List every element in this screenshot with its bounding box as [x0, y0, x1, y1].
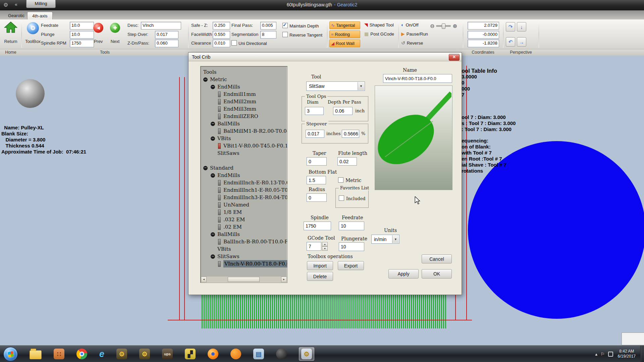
tree-item[interactable]: −VBits	[201, 135, 287, 142]
facewidth-field[interactable]: 0.550	[213, 31, 230, 39]
tree-item[interactable]: Tools	[201, 68, 287, 76]
taskbar-item-gold-gear-app-1[interactable]: ⚙	[116, 349, 127, 359]
tree-expander-icon[interactable]: −	[211, 136, 215, 141]
import-button[interactable]: Import	[307, 261, 333, 270]
tangental-toggle[interactable]: ∿Tangental	[329, 21, 360, 29]
tree-item[interactable]: EndmillInch1-E-R0.05-T0.0	[201, 186, 287, 194]
checkbox-icon[interactable]	[231, 40, 237, 46]
tree-item[interactable]: .02 EM	[201, 223, 287, 231]
ok-button[interactable]: OK	[422, 269, 452, 279]
zoom-in-icon[interactable]: ⊕	[452, 23, 457, 29]
safe-z-field[interactable]: 0.250	[213, 22, 230, 29]
tree-item[interactable]: EndmillZERO	[201, 113, 287, 120]
maintain-depth-checkbox[interactable]: Maintain Depth	[282, 23, 319, 28]
start-button[interactable]	[3, 347, 18, 361]
prev-tool-button[interactable]: ◀	[93, 23, 103, 33]
tree-item[interactable]: UnNamed	[201, 201, 287, 208]
tree-item[interactable]: −BallMills	[201, 231, 287, 238]
tree-expander-icon[interactable]: −	[203, 166, 208, 170]
flute-length-field[interactable]: 0.02	[337, 157, 357, 166]
taskbar-item-cam-app[interactable]: ▞	[185, 349, 196, 359]
tree-expander-icon[interactable]: −	[211, 122, 215, 126]
zoom-slider[interactable]	[436, 25, 451, 27]
cancel-button[interactable]: Cancel	[422, 254, 452, 263]
tab-4th-axis[interactable]: 4th-axis	[27, 12, 53, 20]
tree-item[interactable]: −BallMills	[201, 120, 287, 127]
next-tool-button[interactable]: ✚	[110, 23, 120, 33]
tree-expander-icon[interactable]: −	[211, 85, 215, 89]
plungerate-field[interactable]: 10	[339, 242, 364, 251]
delete-button[interactable]: Delete	[307, 272, 333, 281]
gcode-tool-field[interactable]: 7	[307, 242, 321, 251]
return-button[interactable]	[4, 21, 17, 34]
tree-item[interactable]: BallMillM1-B-R2.00-T0.0-F0	[201, 127, 287, 135]
scrollbar-thumb[interactable]	[228, 277, 260, 282]
perspective-arrow-button[interactable]: ↶	[506, 37, 515, 47]
checkbox-icon[interactable]	[339, 195, 344, 201]
show-desktop-button[interactable]	[640, 346, 644, 362]
taskbar-item-gold-gear-app-2[interactable]: ⚙	[139, 349, 150, 359]
stepover-percent-field[interactable]: 0.5666	[342, 130, 359, 138]
included-checkbox[interactable]: Included	[339, 195, 366, 201]
taper-field[interactable]: 0	[307, 157, 327, 166]
clearance-field[interactable]: 0.010	[213, 40, 230, 47]
rooting-toggle[interactable]: ≈Rooting	[329, 31, 360, 38]
tree-item[interactable]: VBit1-V-R0.00-T45.0-F0.1	[201, 142, 287, 149]
desc-field[interactable]: VInch	[141, 22, 181, 29]
tree-expander-icon[interactable]: −	[211, 232, 215, 237]
metric-checkbox[interactable]: Metric	[338, 177, 361, 183]
bottom-flat-field[interactable]: 1.5	[307, 176, 326, 184]
dialog-title-bar[interactable]: Tool Crib	[189, 53, 462, 61]
scroll-left-icon[interactable]: ◂	[201, 277, 207, 282]
tab-gearotic[interactable]: Gearotic	[3, 12, 29, 19]
action-center-icon[interactable]: ⚐	[601, 352, 605, 357]
tree-item[interactable]: −SlitSaws	[201, 253, 287, 260]
taskbar-item-orange-app[interactable]: ∷	[54, 349, 64, 359]
taskbar-item-firefox[interactable]	[208, 349, 218, 359]
step-over-field[interactable]: 0.017	[155, 31, 178, 39]
apply-button[interactable]: Apply	[388, 269, 419, 279]
checkbox-icon[interactable]	[282, 23, 288, 28]
tool-type-dropdown[interactable]: SlitSaw ▼	[306, 81, 365, 91]
tree-expander-icon[interactable]: −	[211, 254, 215, 259]
plunge-field[interactable]: 10.0	[70, 31, 94, 39]
tree-expander-icon[interactable]: −	[203, 77, 208, 82]
chevron-down-icon[interactable]: ▼	[392, 235, 399, 243]
taskbar-item-notes-app[interactable]: ▤	[253, 349, 264, 359]
taskbar-item-gearotic[interactable]: ⚙	[299, 347, 314, 361]
feedrate-field[interactable]: 10	[339, 222, 364, 230]
taskbar-item-media-app[interactable]	[230, 349, 241, 359]
spindle-field[interactable]: 1750	[304, 222, 331, 230]
zoom-slider-knob[interactable]	[442, 23, 445, 29]
checkbox-icon[interactable]	[338, 177, 343, 183]
diam-field[interactable]: 3	[305, 107, 324, 115]
toolbox-button[interactable]: ⚙	[27, 22, 39, 34]
z-dn-pass-field[interactable]: 0.060	[155, 40, 178, 47]
export-button[interactable]: Export	[338, 261, 364, 270]
tree-item[interactable]: VBits	[201, 245, 287, 253]
reverse-tangent-checkbox[interactable]: Reverse Tangent	[282, 32, 322, 38]
perspective-arrow-button[interactable]: ↷	[506, 22, 515, 32]
zoom-out-icon[interactable]: ⊖	[430, 23, 434, 29]
perspective-arrow-button[interactable]: →	[517, 37, 526, 47]
tree-item[interactable]: VInch-V-R0.00-T18.0-F0.0	[201, 260, 287, 267]
tree-item[interactable]: EndMill3mm	[201, 105, 287, 113]
depth-per-pass-field[interactable]: 0.06	[333, 107, 353, 115]
tree-item[interactable]: −Standard	[201, 164, 287, 172]
tree-item[interactable]: EndmillInch3-E-R0.04-T0.0	[201, 194, 287, 201]
taskbar-item-ups[interactable]: ups	[162, 349, 173, 359]
spinner-down-icon[interactable]: ▼	[322, 246, 328, 251]
checkbox-icon[interactable]	[282, 32, 288, 37]
radius-field[interactable]: 0	[307, 193, 327, 202]
tree-item[interactable]: 1/8 EM	[201, 208, 287, 216]
uni-directional-checkbox[interactable]: Uni Directional	[231, 40, 267, 46]
tree-item[interactable]: −EndMills	[201, 83, 287, 90]
on-off-button[interactable]: ◐On/Off	[401, 22, 419, 27]
close-icon[interactable]: ✕	[449, 54, 460, 61]
final-pass-field[interactable]: 0.005	[260, 22, 276, 29]
network-icon[interactable]	[608, 352, 613, 357]
spinner-up-icon[interactable]: ▲	[322, 242, 328, 246]
tool-name-field[interactable]: VInch-V-R0.00-T18.0-F0.0	[383, 74, 452, 83]
reverse-button[interactable]: ↺Reverse	[401, 40, 423, 46]
shaped-tool-button[interactable]: ◥Shaped Tool	[364, 22, 394, 27]
